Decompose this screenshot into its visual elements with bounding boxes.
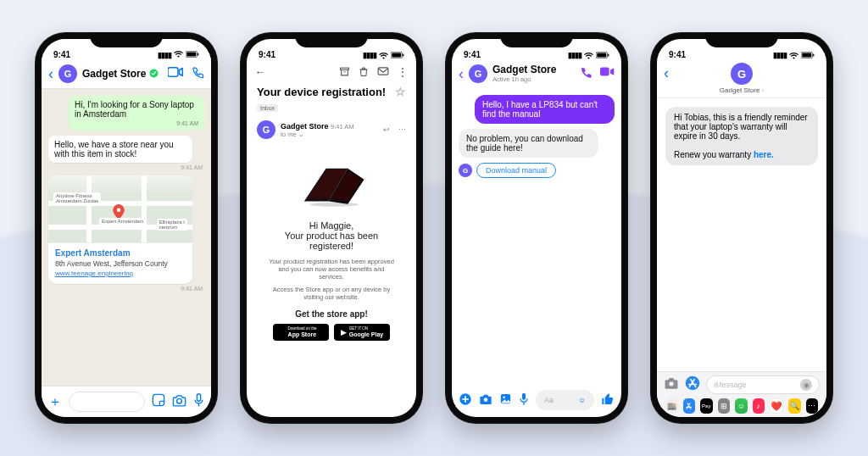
message-out[interactable]: Hi, I'm looking for a Sony laptop in Ams… (69, 96, 204, 131)
chat-body: Hi, I'm looking for a Sony laptop in Ams… (42, 89, 211, 386)
signal-icon: ▮▮▮▮ (158, 51, 171, 59)
back-icon[interactable]: ← (255, 66, 265, 80)
chat-title[interactable]: Gadget Store› (720, 86, 764, 94)
notch (295, 32, 368, 47)
svg-rect-2 (198, 53, 198, 55)
svg-rect-8 (197, 393, 200, 401)
composer: Aa ☺ (452, 385, 621, 417)
battery-icon (186, 51, 199, 59)
appstore-badge[interactable]: Download on theApp Store (273, 324, 329, 341)
status-icons: ▮▮▮▮ (158, 50, 199, 59)
svg-rect-30 (813, 53, 814, 56)
avatar[interactable]: G (469, 64, 487, 83)
apps-icon[interactable] (459, 392, 472, 409)
appstore-icon[interactable] (685, 375, 700, 394)
dock-images-icon[interactable]: 🔍 (788, 398, 801, 414)
message-input[interactable] (69, 392, 145, 412)
svg-rect-27 (522, 392, 526, 399)
svg-rect-11 (403, 53, 403, 56)
chat-title[interactable]: Gadget Store Active 1h ago (492, 64, 556, 83)
dock-appstore-icon[interactable] (683, 398, 696, 414)
mail-subject: Your device registration! (257, 86, 386, 98)
archive-icon[interactable] (339, 66, 350, 80)
emoji-icon[interactable]: ☺ (578, 396, 586, 404)
verified-icon (149, 69, 159, 80)
back-icon[interactable]: ‹ (459, 65, 464, 83)
more-icon[interactable]: ⋯ (398, 125, 406, 134)
star-icon[interactable]: ☆ (395, 85, 406, 98)
more-icon[interactable]: ⋮ (398, 66, 408, 80)
svg-rect-20 (597, 53, 606, 58)
call-icon[interactable] (192, 66, 204, 81)
mail-body: Hi Maggie, Your product has been registe… (247, 146, 416, 417)
avatar[interactable]: G (58, 64, 77, 83)
dock-store-icon[interactable]: 🏬 (665, 398, 678, 414)
camera-icon[interactable] (172, 394, 186, 410)
mail-paragraph: Your product registration has been appro… (267, 258, 396, 281)
reply-icon[interactable]: ↩ (383, 125, 390, 134)
svg-rect-1 (186, 52, 196, 56)
mic-icon[interactable] (519, 392, 529, 409)
message-input[interactable]: Aa ☺ (536, 390, 594, 410)
back-icon[interactable]: ‹ (48, 65, 53, 83)
message-in[interactable]: Hi Tobias, this is a friendly reminder t… (665, 107, 818, 165)
chat-title[interactable]: Gadget Store (82, 68, 163, 80)
location-link[interactable]: www.teenage.engineering (55, 270, 186, 277)
notch (90, 32, 163, 47)
dock-digital-touch-icon[interactable]: ❤️ (770, 398, 783, 414)
back-icon[interactable]: ‹ (664, 64, 669, 82)
svg-point-24 (484, 398, 488, 402)
phone-gmail: 9:41 ▮▮▮▮ ← ⋮ Your device registration! … (240, 32, 423, 424)
notch (500, 32, 573, 47)
dock-memoji-icon[interactable]: ☺ (735, 398, 748, 414)
dock-music-icon[interactable]: ♪ (753, 398, 765, 414)
chat-header: ‹ G Gadget Store› (657, 61, 826, 98)
videocall-icon[interactable] (600, 66, 615, 81)
svg-rect-12 (341, 68, 349, 70)
message-in[interactable]: No problem, you can download the guide h… (459, 129, 598, 158)
plus-icon[interactable]: ＋ (48, 393, 62, 411)
location-name: Expert Amsterdam (55, 248, 186, 258)
avatar[interactable]: G (731, 63, 753, 85)
googleplay-badge[interactable]: ▶ GET IT ONGoogle Play (334, 324, 390, 341)
svg-point-31 (669, 381, 673, 386)
message-out[interactable]: Hello, I have a LP834 but can't find the… (475, 95, 615, 124)
dock-photos-icon[interactable]: ⊞ (718, 398, 731, 414)
message-input[interactable]: iMessage ◉ (706, 375, 820, 394)
videocall-icon[interactable] (168, 66, 183, 81)
message-in[interactable]: Hello, we have a store near you with thi… (48, 136, 192, 163)
svg-rect-10 (392, 53, 401, 58)
phone-messenger: 9:41 ▮▮▮▮ ‹ G Gadget Store Active 1h ago… (445, 32, 628, 424)
dock-applepay-icon[interactable]: Pay (700, 398, 713, 414)
chevron-down-icon[interactable]: ⌄ (298, 131, 304, 138)
location-card[interactable]: Anytime FitnessAmsterdam Zuidas Ellinipl… (48, 175, 192, 284)
svg-rect-4 (168, 68, 178, 77)
svg-rect-13 (378, 68, 388, 75)
phone-whatsapp: 9:41 ▮▮▮▮ ‹ G Gadget Store (35, 32, 218, 424)
svg-point-26 (503, 396, 505, 398)
status-time: 9:41 (259, 50, 275, 59)
product-image (267, 149, 396, 215)
gallery-icon[interactable] (499, 392, 512, 408)
inbox-badge[interactable]: Inbox (257, 104, 278, 112)
phone-row: 9:41 ▮▮▮▮ ‹ G Gadget Store (0, 0, 868, 424)
like-icon[interactable] (601, 392, 615, 409)
mail-icon[interactable] (377, 66, 389, 80)
trash-icon[interactable] (359, 66, 369, 80)
camera-icon[interactable] (664, 376, 679, 393)
renew-link[interactable]: here. (754, 150, 774, 159)
chat-body: Hi Tobias, this is a friendly reminder t… (657, 98, 826, 371)
download-chip[interactable]: Download manual (476, 163, 556, 178)
camera-icon[interactable] (479, 393, 492, 408)
mail-headline: Your product has been registered! (267, 231, 396, 251)
chat-header: ‹ G Gadget Store (42, 61, 211, 89)
sticker-icon[interactable] (152, 393, 165, 410)
mail-greeting: Hi Maggie, (267, 220, 396, 231)
dock-more-icon[interactable]: ⋯ (806, 398, 819, 414)
svg-point-7 (177, 398, 182, 403)
mail-from-row[interactable]: G Gadget Store 9:41 AM to me ⌄ ↩ ⋯ (247, 115, 416, 146)
mic-icon[interactable] (193, 393, 204, 411)
audio-icon[interactable]: ◉ (800, 379, 812, 391)
call-icon[interactable] (580, 66, 593, 81)
timestamp: 9:41 AM (181, 164, 203, 170)
